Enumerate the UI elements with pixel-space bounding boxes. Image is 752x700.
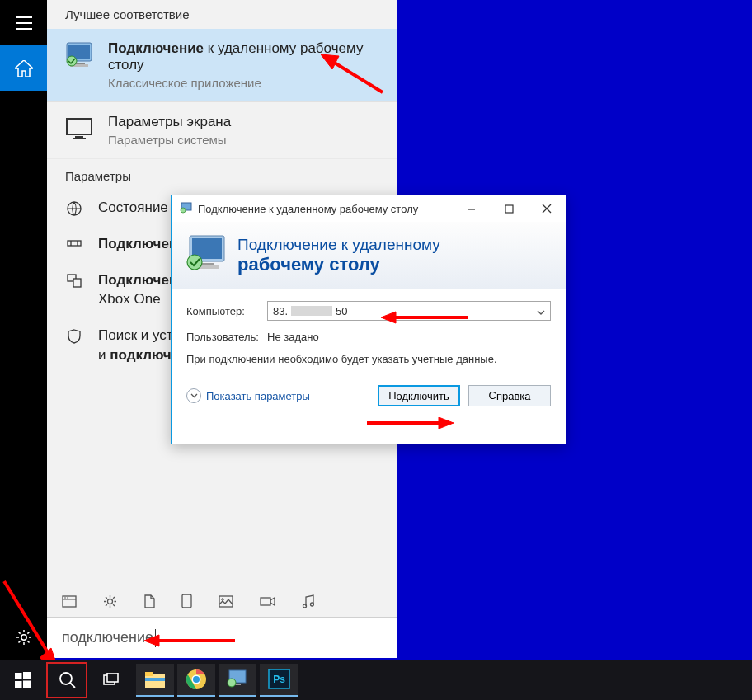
minimize-button[interactable] [452, 195, 490, 222]
svg-rect-8 [73, 138, 86, 139]
taskbar-app-chrome[interactable] [177, 664, 215, 697]
computer-label: Компьютер: [186, 305, 267, 317]
taskbar: Ps [0, 660, 752, 700]
svg-rect-20 [261, 598, 270, 605]
filter-videos-icon[interactable] [260, 594, 275, 608]
credentials-hint: При подключении необходимо будет указать… [186, 353, 500, 365]
dialog-header: Подключение к удаленному рабочему столу [172, 222, 566, 289]
start-rail [0, 0, 47, 660]
taskbar-app-explorer[interactable] [136, 664, 174, 697]
svg-rect-12 [73, 279, 81, 287]
filter-folders-icon[interactable] [181, 594, 192, 608]
search-input[interactable]: подключение [47, 617, 397, 658]
svg-rect-6 [67, 119, 92, 134]
svg-point-0 [21, 634, 26, 639]
section-best-match: Лучшее соответствие [47, 0, 397, 29]
taskbar-app-rdp[interactable] [219, 664, 256, 697]
filter-settings-icon[interactable] [103, 594, 117, 608]
device-icon [65, 270, 83, 288]
settings-button[interactable] [0, 614, 47, 660]
taskbar-app-photoshop[interactable]: Ps [260, 664, 298, 697]
svg-rect-47 [107, 673, 118, 682]
svg-point-56 [228, 679, 236, 687]
svg-point-21 [303, 604, 307, 608]
svg-point-22 [311, 603, 314, 606]
dialog-titlebar[interactable]: Подключение к удаленному рабочему столу [172, 195, 566, 222]
svg-point-5 [67, 56, 77, 66]
svg-rect-41 [15, 673, 22, 679]
rdp-small-icon [180, 202, 193, 216]
svg-point-53 [193, 676, 200, 683]
globe-icon [65, 198, 83, 216]
search-button[interactable] [46, 662, 87, 698]
svg-point-30 [187, 255, 202, 270]
rdp-large-icon [183, 233, 228, 278]
filter-apps-icon[interactable] [62, 594, 77, 608]
svg-point-16 [108, 599, 113, 604]
svg-rect-7 [75, 136, 83, 138]
svg-rect-43 [15, 681, 22, 688]
help-button[interactable]: Справка [468, 385, 551, 406]
redacted-block [291, 306, 332, 316]
svg-rect-49 [145, 672, 153, 676]
close-button[interactable] [528, 195, 566, 222]
maximize-button[interactable] [490, 195, 528, 222]
user-label: Пользователь: [186, 331, 267, 343]
svg-rect-10 [68, 241, 81, 246]
svg-rect-25 [505, 205, 513, 213]
computer-combobox[interactable]: 83. 50 [267, 301, 551, 321]
start-button[interactable] [0, 660, 45, 700]
svg-rect-50 [145, 678, 165, 681]
task-view-button[interactable] [87, 660, 133, 700]
svg-point-45 [60, 673, 72, 684]
chevron-down-icon [537, 305, 545, 317]
svg-rect-44 [23, 680, 31, 688]
monitor-icon [63, 114, 95, 143]
home-button[interactable] [0, 45, 47, 91]
best-match-result[interactable]: Подключение к удаленному рабочему столу … [47, 29, 397, 102]
show-options-toggle[interactable]: Показать параметры [186, 388, 310, 403]
svg-point-14 [64, 597, 66, 599]
section-params: Параметры [47, 159, 397, 190]
svg-point-19 [222, 598, 224, 600]
svg-rect-42 [23, 672, 31, 679]
user-value: Не задано [267, 331, 319, 343]
svg-point-15 [67, 597, 68, 599]
vpn-icon [65, 234, 83, 249]
svg-text:Ps: Ps [273, 674, 285, 685]
shield-icon [65, 326, 83, 344]
svg-rect-17 [182, 594, 191, 608]
result-display-settings[interactable]: Параметры экрана Параметры системы [47, 102, 397, 159]
hamburger-button[interactable] [0, 0, 47, 45]
filter-documents-icon[interactable] [143, 594, 155, 608]
rdp-dialog: Подключение к удаленному рабочему столу … [171, 195, 566, 444]
rdp-icon [63, 40, 95, 69]
svg-point-24 [181, 208, 186, 213]
chevron-down-circle-icon [186, 388, 201, 403]
filter-photos-icon[interactable] [219, 594, 233, 608]
filter-bar [47, 585, 397, 617]
connect-button[interactable]: Подключить [378, 385, 460, 406]
filter-music-icon[interactable] [302, 594, 314, 608]
